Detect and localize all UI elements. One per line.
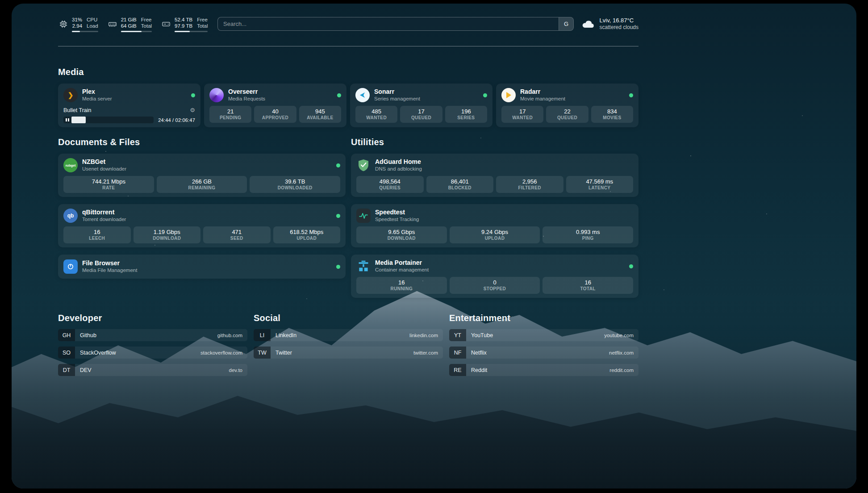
bookmark-name: Netflix: [471, 350, 487, 356]
bookmark-netflix[interactable]: NF Netflix netflix.com: [449, 347, 638, 359]
service-name: File Browser: [82, 260, 137, 267]
sonarr-icon: [355, 88, 370, 102]
section-title-entertainment: Entertainment: [449, 313, 638, 323]
service-name: Sonarr: [374, 88, 420, 95]
status-dot: [629, 264, 633, 268]
overseerr-icon: [209, 88, 224, 102]
speedtest-icon: [356, 209, 371, 223]
service-card-overseerr[interactable]: Overseerr Media Requests 21 PENDING 40 A…: [204, 84, 346, 127]
service-card-speedtest[interactable]: Speedtest Speedtest Tracking 9.65 Gbps D…: [351, 204, 638, 247]
service-name: Radarr: [520, 88, 565, 95]
bookmark-twitter[interactable]: TW Twitter twitter.com: [254, 347, 443, 359]
search-input[interactable]: [218, 17, 559, 30]
status-dot: [191, 93, 195, 97]
service-name: Speedtest: [375, 209, 419, 216]
disk-total: 97.9 TB: [175, 23, 192, 29]
bookmark-url: youtube.com: [604, 333, 638, 338]
radarr-icon: [501, 88, 516, 102]
status-dot: [337, 93, 341, 97]
dashboard-screen: 31% 2.94 CPU Load: [12, 4, 856, 489]
status-dot: [483, 93, 487, 97]
section-title-developer: Developer: [58, 313, 247, 323]
bookmarks-area: Developer GH Github github.com SO StackO…: [58, 313, 638, 381]
search-engine-button[interactable]: G: [559, 17, 573, 30]
weather-condition: scattered clouds: [600, 24, 638, 31]
bookmark-reddit[interactable]: RE Reddit reddit.com: [449, 364, 638, 376]
stat-tile: 86,401 BLOCKED: [426, 176, 494, 193]
section-title-media: Media: [58, 67, 638, 77]
memory-icon: [108, 20, 117, 29]
service-card-filebrowser[interactable]: File Browser Media File Management: [58, 255, 346, 279]
memory-usage-bar: [121, 31, 152, 32]
filebrowser-icon: [63, 259, 78, 274]
service-subtitle: Speedtest Tracking: [375, 217, 419, 222]
bookmark-stackoverflow[interactable]: SO StackOverflow stackoverflow.com: [58, 347, 247, 359]
stat-tile: 834 MOVIES: [591, 106, 633, 123]
service-name: NZBGet: [82, 159, 126, 165]
memory-free: 21 GiB: [121, 17, 137, 23]
stat-tile: 744.21 Mbps RATE: [63, 176, 154, 193]
memory-stat: 21 GiB 64 GiB Free Total: [108, 17, 152, 32]
service-subtitle: Movie management: [520, 96, 565, 102]
qbittorrent-icon: qb: [63, 209, 78, 223]
playback-progress-bar[interactable]: [63, 117, 154, 123]
cpu-values: 31% 2.94: [72, 17, 82, 29]
two-column-area: nzbget NZBGet Usenet downloader 744.21 M…: [58, 154, 638, 298]
mountain-near-ridge: [12, 370, 856, 489]
cpu-stat: 31% 2.94 CPU Load: [59, 17, 98, 32]
status-dot: [629, 93, 633, 97]
stat-tile: 16 TOTAL: [542, 277, 633, 294]
disk-usage-bar: [175, 31, 208, 32]
bookmark-dev[interactable]: DT DEV dev.to: [58, 364, 247, 376]
stat-tile: 16 LEECH: [63, 226, 131, 243]
bookmark-url: github.com: [217, 333, 247, 338]
cpu-load: 2.94: [72, 23, 82, 29]
bookmark-name: YouTube: [471, 332, 493, 338]
bookmark-name: Reddit: [471, 367, 487, 373]
topbar: 31% 2.94 CPU Load: [58, 16, 638, 34]
bookmark-abbr: RE: [449, 364, 466, 376]
status-dot: [336, 163, 340, 167]
disk-free: 52.4 TB: [175, 17, 192, 23]
service-card-qbittorrent[interactable]: qb qBittorrent Torrent downloader 16 LEE…: [58, 204, 346, 247]
stat-tile: 9.24 Gbps UPLOAD: [450, 226, 540, 243]
portainer-icon: [356, 259, 371, 273]
bookmarks-social: Social LI LinkedIn linkedin.com TW Twitt…: [254, 313, 443, 381]
service-card-nzbget[interactable]: nzbget NZBGet Usenet downloader 744.21 M…: [58, 154, 346, 197]
bookmark-github[interactable]: GH Github github.com: [58, 329, 247, 341]
nzbget-icon: nzbget: [63, 158, 78, 172]
stat-tile: 2,956 FILTERED: [496, 176, 563, 193]
bookmark-name: StackOverflow: [80, 350, 116, 356]
service-card-sonarr[interactable]: Sonarr Series management 485 WANTED 17 Q…: [350, 84, 492, 127]
pause-icon[interactable]: [63, 118, 71, 121]
bookmark-url: netflix.com: [609, 350, 638, 355]
bookmark-youtube[interactable]: YT YouTube youtube.com: [449, 329, 638, 341]
stat-tile: 485 WANTED: [355, 106, 397, 123]
bookmark-abbr: GH: [58, 329, 75, 341]
adguard-icon: [356, 158, 371, 172]
service-card-plex[interactable]: ❯ Plex Media server Bullet Train ⚙: [58, 84, 200, 127]
stat-tile: 498,564 QUERIES: [356, 176, 424, 193]
bookmarks-entertainment: Entertainment YT YouTube youtube.com NF …: [449, 313, 638, 381]
bookmark-url: linkedin.com: [409, 333, 443, 338]
bookmark-linkedin[interactable]: LI LinkedIn linkedin.com: [254, 329, 443, 341]
service-card-portainer[interactable]: Media Portainer Container management 16 …: [351, 255, 638, 298]
weather-widget: Lviv, 16.87°C scattered clouds: [581, 17, 638, 31]
service-name: Overseerr: [228, 88, 265, 95]
search-bar: G: [217, 17, 574, 31]
bookmark-name: Twitter: [275, 350, 292, 356]
playback-time: 24:44 / 02:06:47: [158, 117, 195, 123]
cpu-usage-bar: [72, 31, 98, 32]
stat-tile: 39.6 TB DOWNLOADED: [250, 176, 340, 193]
stat-tile: 196 SERIES: [445, 106, 487, 123]
memory-total: 64 GiB: [121, 23, 137, 29]
service-name: qBittorrent: [82, 209, 126, 216]
stat-tile: 266 GB REMAINING: [157, 176, 247, 193]
system-stats: 31% 2.94 CPU Load: [59, 17, 208, 32]
stat-tile: 0.993 ms PING: [542, 226, 633, 243]
service-card-radarr[interactable]: Radarr Movie management 17 WANTED 22 QUE…: [496, 84, 638, 127]
header-divider: [58, 46, 638, 46]
stat-tile: 21 PENDING: [209, 106, 251, 123]
gear-icon[interactable]: ⚙: [190, 107, 195, 113]
service-card-adguard[interactable]: AdGuard Home DNS and adblocking 498,564 …: [351, 154, 638, 197]
